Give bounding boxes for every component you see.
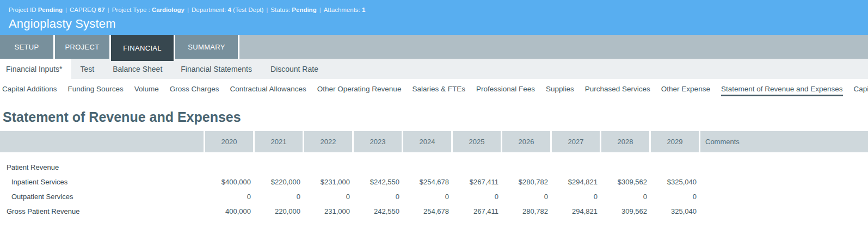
section-link-professional-fees[interactable]: Professional Fees <box>476 81 535 96</box>
tab-project[interactable]: PROJECT <box>55 35 111 59</box>
main-content: Statement of Revenue and Expenses 202020… <box>0 98 868 219</box>
comment-cell <box>699 175 868 189</box>
row-label: Inpatient Services <box>0 175 204 189</box>
value-cell: 400,000 <box>204 204 253 219</box>
value-cell: $280,782 <box>501 175 550 189</box>
value-cell: $325,040 <box>649 175 699 189</box>
comment-cell <box>699 204 868 219</box>
meta-separator: | <box>65 7 67 13</box>
app-header: Project ID Pending|CAPREQ 67|Project Typ… <box>0 0 868 35</box>
section-link-gross-charges[interactable]: Gross Charges <box>170 81 219 96</box>
value-cell <box>451 160 501 175</box>
subtab-test[interactable]: Test <box>71 59 104 79</box>
meta-separator: | <box>187 7 189 13</box>
value-cell <box>501 160 550 175</box>
value-cell <box>303 160 352 175</box>
value-cell: 294,821 <box>550 204 600 219</box>
value-cell: $309,562 <box>600 175 649 189</box>
table-header-row: 2020202120222023202420252026202720282029… <box>0 131 868 152</box>
table-row-inpatient-services: Inpatient Services$400,000$220,000$231,0… <box>0 175 868 189</box>
section-link-other-expense[interactable]: Other Expense <box>661 81 710 96</box>
section-link-volume[interactable]: Volume <box>134 81 159 96</box>
value-cell: 280,782 <box>501 204 550 219</box>
meta-value: Pending <box>292 7 316 13</box>
value-cell: 0 <box>204 189 253 204</box>
section-heading: Statement of Revenue and Expenses <box>3 109 868 125</box>
meta-separator: | <box>266 7 268 13</box>
meta-label: Project Type : <box>112 7 152 13</box>
meta-item-attachments: Attachments: 1 <box>324 7 366 13</box>
table-row-gross-patient-revenue: Gross Patient Revenue400,000220,000231,0… <box>0 204 868 219</box>
column-header-2022: 2022 <box>303 131 352 152</box>
project-meta: Project ID Pending|CAPREQ 67|Project Typ… <box>9 5 868 14</box>
subtab-financial-inputs[interactable]: Financial Inputs* <box>0 59 71 79</box>
column-header-2026: 2026 <box>501 131 550 152</box>
section-link-funding-sources[interactable]: Funding Sources <box>68 81 124 96</box>
column-header-2025: 2025 <box>451 131 501 152</box>
comment-cell <box>699 160 868 175</box>
value-cell: 254,678 <box>402 204 451 219</box>
section-link-contractual-allowances[interactable]: Contractual Allowances <box>230 81 306 96</box>
subtab-financial-statements[interactable]: Financial Statements <box>171 59 261 79</box>
column-header-2023: 2023 <box>352 131 402 152</box>
section-link-salaries-ftes[interactable]: Salaries & FTEs <box>412 81 465 96</box>
meta-value: Pending <box>38 7 63 13</box>
column-header-2024: 2024 <box>402 131 451 152</box>
table-row-outpatient-services: Outpatient Services0000000000 <box>0 189 868 204</box>
tab-financial[interactable]: FINANCIAL <box>111 35 175 61</box>
value-cell: 0 <box>501 189 550 204</box>
section-link-supplies[interactable]: Supplies <box>546 81 574 96</box>
column-header-2028: 2028 <box>600 131 649 152</box>
comment-cell <box>699 189 868 204</box>
value-cell: $294,821 <box>550 175 600 189</box>
column-header-2027: 2027 <box>550 131 600 152</box>
app-title: Angioplasty System <box>9 17 868 31</box>
meta-value: 67 <box>98 7 105 13</box>
section-link-capital-summary[interactable]: Capital Summary <box>854 81 868 96</box>
table-row-patient-revenue: Patient Revenue <box>0 160 868 175</box>
value-cell <box>600 160 649 175</box>
meta-item-project-type: Project Type : Cardiology <box>112 7 184 13</box>
meta-label: Status: <box>270 7 292 13</box>
meta-item-department: Department: 4 (Test Dept) <box>192 7 263 13</box>
column-header-2020: 2020 <box>204 131 253 152</box>
value-cell <box>352 160 402 175</box>
value-cell <box>550 160 600 175</box>
section-link-other-operating-revenue[interactable]: Other Operating Revenue <box>317 81 402 96</box>
value-cell: 0 <box>352 189 402 204</box>
meta-separator: | <box>108 7 109 13</box>
section-link-bar: Capital AdditionsFunding SourcesVolumeGr… <box>0 79 868 98</box>
value-cell <box>649 160 699 175</box>
column-header-2021: 2021 <box>253 131 303 152</box>
row-label: Outpatient Services <box>0 189 204 204</box>
meta-item-status: Status: Pending <box>270 7 316 13</box>
meta-item-capreq: CAPREQ 67 <box>70 7 105 13</box>
value-cell: $220,000 <box>253 175 303 189</box>
tab-setup[interactable]: SETUP <box>0 35 55 59</box>
value-cell <box>253 160 303 175</box>
meta-label: Project ID <box>9 7 38 13</box>
column-header-2029: 2029 <box>649 131 699 152</box>
meta-label: Department: <box>192 7 227 13</box>
value-cell: 231,000 <box>303 204 352 219</box>
value-cell: 267,411 <box>451 204 501 219</box>
subtab-balance-sheet[interactable]: Balance Sheet <box>103 59 171 79</box>
meta-item-project-id: Project ID Pending <box>9 7 63 13</box>
section-link-statement-of-revenue-and-expenses[interactable]: Statement of Revenue and Expenses <box>721 81 843 96</box>
value-cell: 0 <box>402 189 451 204</box>
primary-tab-bar: SETUPPROJECTFINANCIALSUMMARY <box>0 35 868 59</box>
value-cell: 0 <box>550 189 600 204</box>
meta-label: CAPREQ <box>70 7 98 13</box>
section-link-capital-additions[interactable]: Capital Additions <box>2 81 57 96</box>
section-link-purchased-services[interactable]: Purchased Services <box>585 81 650 96</box>
value-cell: $267,411 <box>451 175 501 189</box>
tab-summary[interactable]: SUMMARY <box>175 35 239 59</box>
value-cell: 0 <box>600 189 649 204</box>
value-cell: 0 <box>253 189 303 204</box>
column-header-comments: Comments <box>699 131 868 152</box>
header-gap-row <box>0 152 868 160</box>
header-gap-cell <box>0 152 868 160</box>
value-cell: $254,678 <box>402 175 451 189</box>
subtab-discount-rate[interactable]: Discount Rate <box>261 59 328 79</box>
value-cell: 242,550 <box>352 204 402 219</box>
